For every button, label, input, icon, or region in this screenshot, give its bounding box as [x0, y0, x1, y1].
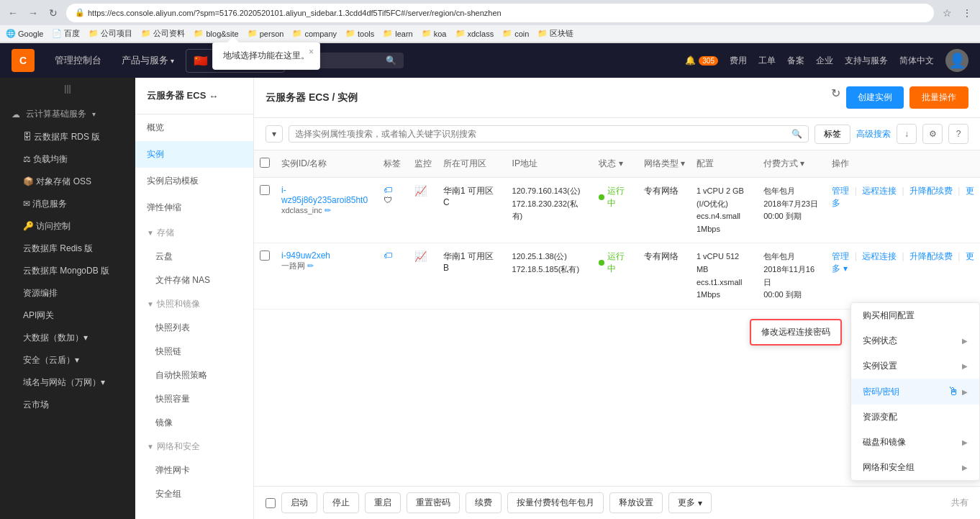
advanced-search-link[interactable]: 高级搜索: [856, 128, 891, 140]
tag-icon-2[interactable]: 🏷: [384, 251, 392, 261]
ecs-nav-eni[interactable]: 弹性网卡: [135, 459, 253, 482]
nav-enterprise[interactable]: 企业: [816, 55, 833, 67]
bookmark-coin[interactable]: 📁 coin: [502, 29, 529, 38]
more-actions-button[interactable]: 更多 ▾: [668, 492, 712, 513]
sidebar-section-header-cloud[interactable]: ☁ 云计算基础服务 ▾: [0, 102, 135, 126]
sidebar-item-api[interactable]: API网关: [0, 304, 135, 327]
sidebar-item-ram[interactable]: 🔑 访问控制: [0, 215, 135, 238]
ecs-nav-autoscaling[interactable]: 弹性伸缩: [135, 194, 253, 221]
op-remote-2[interactable]: 远程连接: [862, 251, 897, 261]
edit-icon-2[interactable]: ✏: [307, 261, 314, 270]
nav-support[interactable]: 支持与服务: [845, 55, 888, 67]
bookmark-blockchain[interactable]: 📁 区块链: [537, 28, 573, 39]
monitor-chart-icon-2[interactable]: 📈: [414, 251, 427, 262]
sidebar-item-mongodb[interactable]: 云数据库 MongoDB 版: [0, 260, 135, 282]
refresh-button[interactable]: ↻: [831, 86, 840, 109]
forward-button[interactable]: →: [26, 6, 40, 20]
op-upgrade-2[interactable]: 升降配续费: [909, 251, 953, 261]
notification-bell[interactable]: 🔔 305: [685, 55, 718, 66]
reload-button[interactable]: ↻: [46, 6, 60, 20]
bookmark-star[interactable]: ☆: [940, 6, 954, 20]
instance-search-input[interactable]: [295, 129, 791, 139]
bookmark-company[interactable]: 📁 company: [292, 29, 337, 38]
monitor-chart-icon-1[interactable]: 📈: [414, 185, 427, 197]
instance-id-link-2[interactable]: i-949uw2xeh: [281, 251, 330, 261]
tag-icon-1[interactable]: 🏷: [384, 185, 392, 195]
sidebar-toggle[interactable]: |||: [0, 78, 135, 99]
sidebar-item-oss[interactable]: 📦 对象存储 OSS: [0, 171, 135, 193]
menu-button[interactable]: ⋮: [960, 6, 974, 20]
op-upgrade-1[interactable]: 升降配续费: [909, 186, 953, 196]
instance-id-link-1[interactable]: i-wz95j86y235aroi85ht0: [281, 185, 368, 205]
nav-fees[interactable]: 费用: [730, 55, 747, 67]
row-checkbox-1[interactable]: [260, 185, 270, 195]
ecs-nav-snapshot-list[interactable]: 快照列表: [135, 316, 253, 340]
bookmark-xdclass[interactable]: 📁 xdclass: [455, 29, 494, 38]
stop-button[interactable]: 停止: [323, 492, 359, 513]
context-menu-item-buy-same[interactable]: 购买相同配置: [851, 303, 979, 328]
ecs-nav-nas[interactable]: 文件存储 NAS: [135, 268, 253, 292]
start-button[interactable]: 启动: [281, 492, 317, 513]
sidebar-item-bigdata[interactable]: 大数据（数加）▾: [0, 327, 135, 349]
renew-button[interactable]: 续费: [466, 492, 502, 513]
export-button[interactable]: ↓: [897, 124, 917, 144]
context-menu-item-password-key[interactable]: 密码/密钥 🖱 ▶: [851, 379, 979, 405]
app-logo[interactable]: C: [12, 49, 35, 72]
ecs-nav-overview[interactable]: 概览: [135, 114, 253, 141]
filter-dropdown[interactable]: ▾: [266, 125, 283, 143]
bookmark-tools[interactable]: 📁 tools: [345, 29, 374, 38]
ecs-nav-storage-section[interactable]: 存储: [135, 221, 253, 245]
address-bar[interactable]: 🔒 https://ecs.console.aliyun.com/?spm=51…: [66, 4, 934, 22]
create-instance-button[interactable]: 创建实例: [846, 86, 904, 109]
nav-control-panel[interactable]: 管理控制台: [46, 50, 110, 71]
bookmark-person[interactable]: 📁 person: [248, 29, 284, 38]
bookmark-company-data[interactable]: 📁 公司资料: [141, 28, 185, 39]
reset-remote-password-popup[interactable]: 修改远程连接密码: [750, 319, 842, 346]
convert-billing-button[interactable]: 按量付费转包年包月: [507, 492, 604, 513]
bookmark-baidu[interactable]: 📄 百度: [52, 28, 80, 39]
settings-button[interactable]: ⚙: [922, 124, 943, 144]
sidebar-item-rds[interactable]: 🗄 云数据库 RDS 版: [0, 126, 135, 148]
sidebar-item-security[interactable]: 安全（云盾）▾: [0, 349, 135, 371]
back-button[interactable]: ←: [6, 6, 20, 20]
tag-button[interactable]: 标签: [815, 125, 850, 144]
nav-language[interactable]: 简体中文: [899, 55, 934, 67]
ecs-nav-launch-template[interactable]: 实例启动模板: [135, 168, 253, 194]
bookmark-koa[interactable]: 📁 koa: [422, 29, 447, 38]
bookmark-google[interactable]: 🌐 Google: [6, 29, 43, 38]
sidebar-item-ros[interactable]: 资源编排: [0, 282, 135, 304]
help-button[interactable]: ?: [948, 124, 968, 144]
select-all-checkbox[interactable]: [260, 158, 270, 168]
sidebar-item-mns[interactable]: ✉ 消息服务: [0, 193, 135, 215]
context-menu-item-instance-status[interactable]: 实例状态 ▶: [851, 328, 979, 353]
edit-icon-1[interactable]: ✏: [325, 206, 331, 215]
restart-button[interactable]: 重启: [365, 492, 401, 513]
ecs-nav-snapshot-chain[interactable]: 快照链: [135, 340, 253, 364]
nav-filing[interactable]: 备案: [787, 55, 804, 67]
sidebar-item-domain[interactable]: 域名与网站（万网）▾: [0, 371, 135, 394]
ecs-nav-image[interactable]: 镜像: [135, 411, 253, 435]
bottom-select-checkbox[interactable]: [266, 498, 276, 508]
user-avatar[interactable]: 👤: [945, 49, 968, 72]
nav-tickets[interactable]: 工单: [758, 55, 776, 67]
search-input-container[interactable]: 🔍: [289, 125, 809, 143]
ecs-nav-network-section[interactable]: 网络和安全: [135, 435, 253, 459]
release-settings-button[interactable]: 释放设置: [609, 492, 663, 513]
row-checkbox-2[interactable]: [260, 251, 270, 261]
batch-operation-button[interactable]: 批量操作: [909, 86, 968, 109]
ecs-nav-auto-snapshot[interactable]: 自动快照策略: [135, 364, 253, 387]
sidebar-item-redis[interactable]: 云数据库 Redis 版: [0, 238, 135, 260]
context-menu-item-instance-settings[interactable]: 实例设置 ▶: [851, 353, 979, 379]
op-remote-1[interactable]: 远程连接: [862, 186, 897, 196]
context-menu-item-network-security[interactable]: 网络和安全组 ▶: [851, 455, 979, 480]
context-menu-item-disk-image[interactable]: 磁盘和镜像 ▶: [851, 430, 979, 455]
ecs-nav-snapshot-section[interactable]: 快照和镜像: [135, 292, 253, 316]
ecs-nav-snapshot-capacity[interactable]: 快照容量: [135, 387, 253, 411]
ecs-nav-instances[interactable]: 实例: [135, 141, 253, 168]
context-menu-item-resource[interactable]: 资源变配: [851, 405, 979, 430]
op-manage-1[interactable]: 管理: [832, 186, 849, 196]
ecs-nav-security-group[interactable]: 安全组: [135, 482, 253, 506]
nav-products-services[interactable]: 产品与服务: [113, 50, 183, 71]
bookmark-company-project[interactable]: 📁 公司项目: [89, 28, 132, 39]
ecs-nav-disk[interactable]: 云盘: [135, 245, 253, 268]
